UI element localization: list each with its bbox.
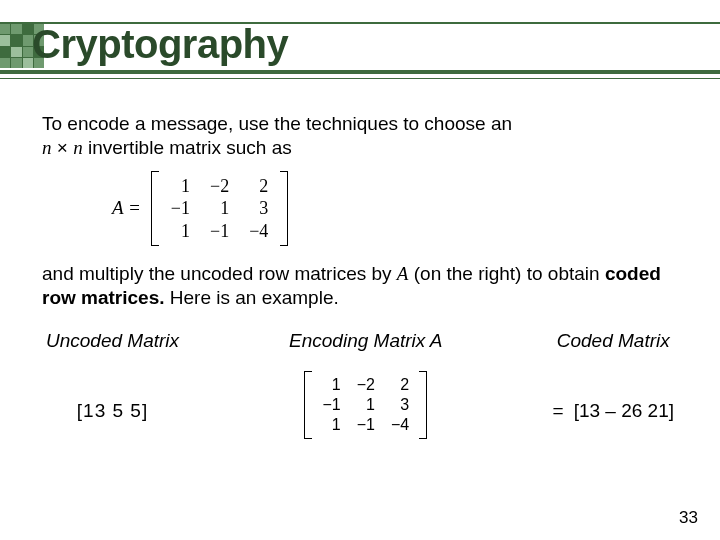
encoding-header: Encoding Matrix A [289,329,442,353]
p2-c: Here is an example. [165,287,339,308]
enc-r0c1: −2 [349,375,383,395]
matA-r0c2: 2 [239,175,278,198]
encoding-column: Encoding Matrix A 1−22 −113 1−1−4 [289,329,442,439]
p1-n2: n [73,137,83,158]
matA-r1c0: −1 [161,197,200,220]
paragraph-1: To encode a message, use the techniques … [42,112,678,161]
page-number: 33 [679,508,698,528]
slide-header: Cryptography [0,0,720,90]
coded-header: Coded Matrix [557,329,670,353]
encoding-matrix-table: 1−22 −113 1−1−4 [314,375,417,435]
title-underline-thin [0,78,720,79]
uncoded-matrix-value: [13 5 5] [77,399,148,423]
matA-r2c0: 1 [161,220,200,243]
matA-r0c1: −2 [200,175,239,198]
enc-r2c2: −4 [383,415,417,435]
matrix-A-definition: A = 1−22 −113 1−1−4 [112,171,678,247]
enc-r0c0: 1 [314,375,348,395]
matA-r1c1: 1 [200,197,239,220]
uncoded-column: Uncoded Matrix [13 5 5] [46,329,179,424]
matA-r0c0: 1 [161,175,200,198]
enc-r0c2: 2 [383,375,417,395]
coded-matrix-line: = [13 – 26 21] [553,399,674,423]
enc-r2c0: 1 [314,415,348,435]
p1-line1: To encode a message, use the techniques … [42,113,512,134]
p2-b: (on the right) to obtain [408,263,604,284]
matrix-A-bracket: 1−22 −113 1−1−4 [151,171,288,247]
paragraph-2: and multiply the uncoded row matrices by… [42,262,678,311]
matrix-A-label: A = [112,196,141,220]
matrix-A-table: 1−22 −113 1−1−4 [161,175,278,243]
coded-column: Coded Matrix = [13 – 26 21] [553,329,674,424]
equals-sign: = [553,399,564,423]
p1-times: × [52,137,74,158]
p1-n1: n [42,137,52,158]
enc-r1c1: 1 [349,395,383,415]
enc-r1c2: 3 [383,395,417,415]
matA-r2c1: −1 [200,220,239,243]
matA-r1c2: 3 [239,197,278,220]
example-row: Uncoded Matrix [13 5 5] Encoding Matrix … [42,329,678,439]
page-title: Cryptography [32,22,288,67]
encoding-matrix-bracket: 1−22 −113 1−1−4 [304,371,427,439]
enc-r1c0: −1 [314,395,348,415]
coded-matrix-value: [13 – 26 21] [574,399,674,423]
matA-r2c2: −4 [239,220,278,243]
p2-a: and multiply the uncoded row matrices by [42,263,397,284]
uncoded-header: Uncoded Matrix [46,329,179,353]
p1-tail: invertible matrix such as [83,137,292,158]
p2-A: A [397,263,409,284]
content-area: To encode a message, use the techniques … [0,90,720,439]
enc-r2c1: −1 [349,415,383,435]
title-underline-thick [0,70,720,74]
